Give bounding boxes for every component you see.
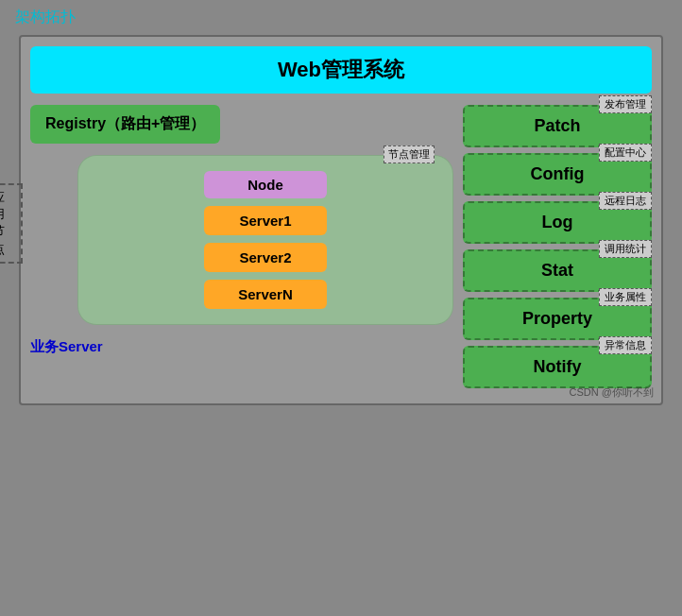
registry-box: Registry（路由+管理） <box>30 105 220 144</box>
right-item-1: 配置中心Config <box>463 153 652 196</box>
serverN-box: ServerN <box>204 280 327 309</box>
right-item-tag-0: 发布管理 <box>599 95 652 113</box>
right-item-tag-1: 配置中心 <box>599 144 652 162</box>
right-item-tag-5: 异常信息 <box>599 336 652 354</box>
biz-server-label: 业务Server <box>30 338 453 356</box>
right-item-tag-4: 业务属性 <box>599 288 652 306</box>
right-item-tag-2: 远程日志 <box>599 192 652 210</box>
node-cluster: Node Server1 Server2 ServerN <box>77 155 453 325</box>
right-item-0: 发布管理Patch <box>463 105 652 147</box>
watermark: CSDN @你听不到 <box>570 385 654 400</box>
main-container: Web管理系统 Registry（路由+管理） 节点管理 应用节点 Node S… <box>19 35 663 405</box>
node-cluster-label: 节点管理 <box>384 145 435 163</box>
right-item-5: 异常信息Notify <box>463 346 652 388</box>
right-item-4: 业务属性Property <box>463 298 652 340</box>
right-panel: 发布管理Patch配置中心Config远程日志Log调用统计Stat业务属性Pr… <box>463 105 652 394</box>
page-title: 架构拓扑 <box>0 0 682 35</box>
web-banner: Web管理系统 <box>30 46 652 94</box>
node-box: Node <box>204 171 327 198</box>
server1-box: Server1 <box>204 206 327 235</box>
right-item-3: 调用统计Stat <box>463 249 652 292</box>
right-item-tag-3: 调用统计 <box>599 240 652 258</box>
app-node-box: 应用节点 <box>0 183 23 264</box>
server2-box: Server2 <box>204 243 327 272</box>
left-panel: Registry（路由+管理） 节点管理 应用节点 Node Server1 S… <box>30 105 453 394</box>
right-item-2: 远程日志Log <box>463 201 652 244</box>
